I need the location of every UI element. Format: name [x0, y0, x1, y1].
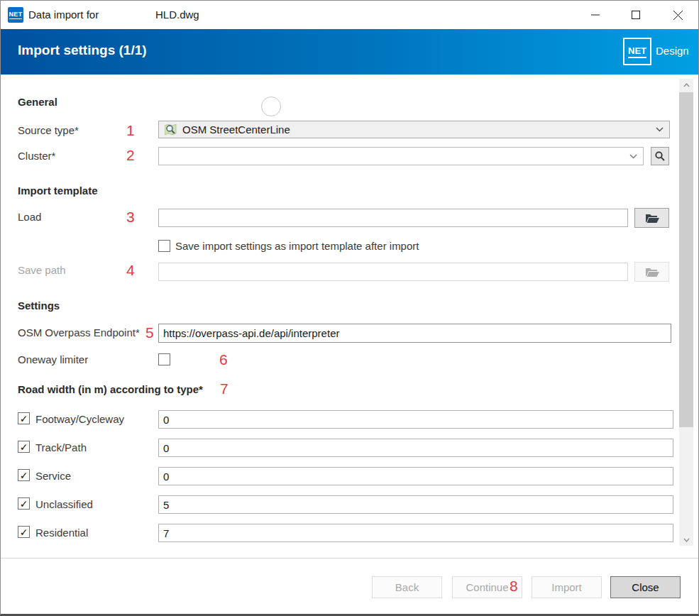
scroll-up-button[interactable]	[679, 79, 693, 91]
minimize-icon	[591, 11, 600, 19]
close-dialog-button[interactable]: Close	[610, 576, 681, 598]
wizard-header: Import settings (1/1) NET Design	[1, 29, 698, 75]
brand-design-label: Design	[656, 45, 689, 57]
net-design-logo: NET	[623, 38, 651, 65]
track-label: Track/Path	[35, 441, 87, 453]
save-template-label: Save import settings as import template …	[175, 240, 419, 252]
check-icon: ✓	[20, 527, 28, 537]
unclassified-label: Unclassified	[35, 498, 93, 510]
cluster-select[interactable]	[158, 147, 644, 165]
footway-label: Footway/Cycleway	[35, 413, 124, 425]
unclassified-width-input[interactable]	[158, 495, 673, 514]
source-type-select[interactable]: OSM StreetCenterLine	[158, 121, 670, 138]
open-folder-icon	[645, 213, 659, 224]
save-path-browse-button	[634, 262, 669, 282]
cluster-label: Cluster*	[18, 150, 55, 162]
annotation-4: 4	[126, 262, 135, 279]
footer-divider	[1, 558, 699, 559]
annotation-2: 2	[126, 147, 135, 164]
vertical-scrollbar[interactable]	[679, 79, 693, 546]
check-icon: ✓	[20, 499, 28, 509]
scrollbar-thumb[interactable]	[679, 92, 693, 427]
close-icon	[673, 11, 683, 20]
cluster-search-button[interactable]	[651, 147, 669, 165]
osm-endpoint-label: OSM Overpass Endpoint*	[18, 326, 140, 339]
service-label: Service	[35, 470, 71, 482]
titlebar: NET Data import for HLD.dwg	[1, 1, 698, 29]
load-label: Load	[18, 211, 41, 223]
chevron-up-icon	[683, 83, 690, 87]
unclassified-checkbox[interactable]: ✓	[18, 497, 30, 510]
residential-checkbox[interactable]: ✓	[18, 526, 30, 538]
oneway-limiter-checkbox[interactable]	[158, 353, 170, 365]
load-input[interactable]	[158, 209, 628, 227]
section-settings: Settings	[18, 299, 60, 312]
chevron-down-icon	[656, 127, 664, 132]
residential-width-input[interactable]	[158, 524, 673, 542]
service-width-input[interactable]	[158, 467, 673, 485]
service-checkbox[interactable]: ✓	[18, 469, 30, 481]
annotation-7: 7	[220, 380, 229, 397]
section-general: General	[18, 96, 57, 108]
section-road-width: Road width (in m) according to type*	[18, 383, 203, 395]
section-import-template: Import template	[18, 185, 98, 197]
save-template-checkbox[interactable]	[158, 240, 170, 252]
save-path-label: Save path	[18, 264, 66, 276]
app-net-icon: NET	[8, 7, 23, 23]
page-title: Import settings (1/1)	[18, 43, 147, 58]
footway-checkbox[interactable]: ✓	[18, 412, 30, 424]
chevron-down-icon	[683, 538, 690, 542]
track-width-input[interactable]	[158, 439, 673, 457]
annotation-1: 1	[126, 122, 135, 139]
window-title-filename: HLD.dwg	[155, 9, 199, 21]
annotation-5: 5	[145, 324, 154, 341]
close-button[interactable]	[661, 1, 694, 29]
maximize-icon	[632, 11, 640, 19]
osm-map-icon	[165, 124, 177, 136]
scroll-down-button[interactable]	[679, 534, 693, 546]
source-type-label: Source type*	[18, 124, 79, 136]
check-icon: ✓	[20, 414, 28, 424]
busy-indicator	[261, 97, 281, 116]
annotation-8: 8	[510, 578, 518, 595]
load-browse-button[interactable]	[634, 208, 669, 228]
minimize-button[interactable]	[579, 1, 612, 29]
residential-label: Residential	[35, 527, 88, 539]
open-folder-icon	[645, 267, 659, 277]
check-icon: ✓	[20, 442, 28, 452]
data-import-dialog: NET Data import for HLD.dwg Import setti…	[0, 0, 699, 616]
back-button: Back	[372, 576, 442, 598]
search-icon	[655, 151, 665, 161]
annotation-6: 6	[219, 351, 228, 368]
check-icon: ✓	[20, 471, 28, 480]
window-title-prefix: Data import for	[28, 9, 99, 21]
maximize-button[interactable]	[620, 1, 652, 29]
source-type-value: OSM StreetCenterLine	[182, 123, 290, 136]
track-checkbox[interactable]: ✓	[18, 441, 30, 453]
footway-width-input[interactable]	[158, 410, 673, 429]
chevron-down-icon	[629, 154, 637, 159]
save-path-input	[158, 263, 628, 281]
annotation-3: 3	[126, 209, 135, 226]
osm-endpoint-input[interactable]	[158, 324, 671, 343]
import-button: Import	[532, 576, 602, 598]
oneway-limiter-label: Oneway limiter	[18, 353, 88, 365]
